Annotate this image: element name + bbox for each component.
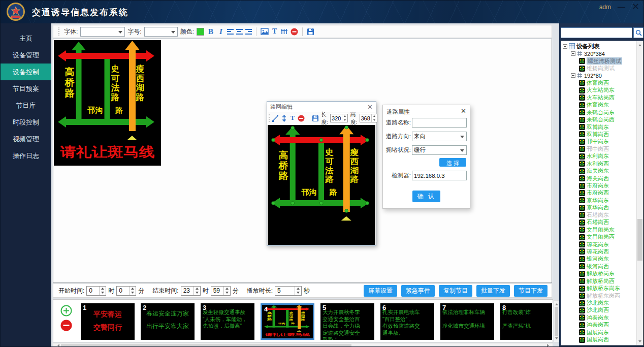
sidebar-item[interactable]: 设备控制 [1, 64, 51, 80]
sidebar-item[interactable]: 设备管理 [1, 47, 51, 64]
device-tree-item[interactable]: 文昌阁岗东 [561, 226, 636, 233]
device-tree-item[interactable]: 琼花岗西 [561, 248, 636, 255]
program-thumbnail[interactable]: 8 打击改装“炸 严查严惩“机 [500, 303, 552, 340]
sidebar-item[interactable]: 操作日志 [1, 147, 51, 164]
device-tree-item[interactable]: 海关岗西 [561, 175, 636, 182]
select-detector-button[interactable]: 选 择 [439, 158, 466, 167]
sidebar-item[interactable]: 视频管理 [1, 131, 51, 147]
scrollbar-thumb[interactable] [61, 344, 351, 346]
device-tree-item[interactable]: 来鹤台岗东 [561, 109, 636, 116]
thumbnail-vertical-scrollbar[interactable] [554, 300, 559, 342]
start-hour-spinner[interactable]: 0 [86, 286, 106, 296]
sidebar-item[interactable]: 节目预案 [1, 80, 51, 97]
device-tree-item[interactable]: 体育岗东 [561, 102, 636, 109]
spin-up-icon[interactable] [372, 114, 377, 118]
device-tree-item[interactable]: 市府岗东 [561, 182, 636, 189]
scroll-right-icon[interactable] [545, 343, 552, 347]
remove-program-button[interactable] [60, 320, 72, 331]
device-tree-item[interactable]: 琼花岗东 [561, 241, 636, 248]
duration-spinner[interactable]: 5 [275, 286, 302, 296]
insert-image-icon[interactable] [261, 28, 269, 35]
spin-down-icon[interactable] [295, 291, 301, 295]
thumbnail-horizontal-scrollbar[interactable] [53, 343, 553, 347]
device-search-input[interactable] [561, 27, 632, 38]
bold-button[interactable]: B [207, 27, 215, 36]
close-button[interactable]: ✕ [632, 1, 639, 12]
minimize-button[interactable]: — [618, 3, 625, 11]
spin-down-icon[interactable] [130, 291, 136, 295]
program-thumbnail[interactable]: 3 发生轻微交通事故 “人未伤，车能动， 先拍照，后撤离” [201, 303, 254, 340]
device-tree-item[interactable]: 螺丝湾桥测试 [561, 57, 636, 65]
align-left-icon[interactable] [227, 29, 234, 35]
road-network-icon[interactable] [280, 28, 288, 35]
device-tree-item[interactable]: 设备列表 [561, 43, 636, 50]
save-icon[interactable] [312, 115, 319, 122]
scroll-down-icon[interactable] [554, 336, 559, 342]
device-tree-item[interactable]: 双博岗西 [561, 131, 636, 138]
device-tree-item[interactable]: 银河岗东 [561, 256, 636, 263]
font-size-select[interactable] [144, 27, 178, 37]
spin-up-icon[interactable] [130, 287, 136, 291]
username[interactable]: adm [599, 4, 611, 11]
congestion-status-select[interactable]: 缓行 [412, 145, 467, 155]
search-button[interactable] [633, 27, 643, 38]
device-tree-item[interactable]: 海关岗东 [561, 167, 636, 174]
expand-collapse-box[interactable] [571, 51, 575, 56]
sidebar-item[interactable]: 时段控制 [1, 114, 51, 131]
device-tree-item[interactable]: 维扬岗测试 [561, 65, 636, 72]
road-network-edit-canvas[interactable]: 高桥路史可法路瘦西湖路邗沟路 [268, 125, 375, 245]
scrollbar-thumb[interactable] [637, 219, 642, 261]
delete-icon[interactable] [298, 115, 305, 122]
move-node-icon[interactable] [281, 115, 287, 122]
action-button[interactable]: 屏幕设置 [364, 285, 397, 297]
expand-collapse-box[interactable] [571, 73, 575, 78]
program-thumbnail[interactable]: 6 扎实开展电动车 “百日整治”， 有效预防道路交 通事故。 [380, 303, 434, 340]
spin-up-icon[interactable] [295, 287, 301, 291]
device-tree-item[interactable]: 石塔岗西 [561, 219, 636, 226]
action-button[interactable]: 复制节目 [439, 285, 472, 297]
program-thumbnail[interactable]: 1 平安春运 交警同行 [81, 303, 135, 340]
color-swatch[interactable] [197, 28, 204, 36]
device-tree-item[interactable]: 文昌阁岗西 [561, 233, 636, 240]
device-tree-item[interactable]: 沙北岗西 [561, 307, 636, 314]
device-tree-item[interactable]: 320*384 [561, 50, 636, 57]
draw-line-icon[interactable] [272, 115, 279, 122]
device-tree-item[interactable]: 石塔岗东 [561, 211, 636, 218]
device-tree-item[interactable]: 来鹤台岗西 [561, 116, 636, 123]
end-minute-spinner[interactable]: 59 [211, 286, 231, 296]
text-tool-button[interactable]: T [289, 114, 296, 122]
spin-down-icon[interactable] [372, 118, 377, 122]
device-tree-item[interactable]: 市府岗西 [561, 190, 636, 197]
device-tree-item[interactable]: 双博岗东 [561, 123, 636, 131]
font-select[interactable] [80, 27, 125, 37]
spin-down-icon[interactable] [100, 291, 106, 295]
scrollbar-thumb[interactable] [555, 307, 558, 336]
device-tree-item[interactable]: 沙北岗东 [561, 299, 636, 306]
device-tree-item[interactable]: 国展岗西 [561, 336, 636, 343]
spin-up-icon[interactable] [100, 287, 106, 291]
sidebar-item[interactable]: 主页 [1, 30, 51, 47]
save-icon[interactable] [307, 28, 314, 36]
device-tree-item[interactable]: 火车站岗西 [561, 94, 636, 101]
spin-down-icon[interactable] [194, 291, 200, 295]
align-center-icon[interactable] [236, 29, 243, 35]
device-tree-item[interactable]: 解放桥东岗东 [561, 285, 636, 292]
program-thumbnail[interactable]: 7 依法治理非标车辆 净化城市交通环境 [440, 303, 494, 340]
device-tree-item[interactable]: 京华岗东 [561, 197, 636, 204]
scroll-up-icon[interactable] [637, 41, 643, 47]
device-tree-item[interactable]: 火车站岗东 [561, 87, 636, 94]
sidebar-item[interactable]: 节目库 [1, 97, 51, 114]
scroll-down-icon[interactable] [637, 339, 643, 345]
scroll-left-icon[interactable] [54, 343, 60, 347]
spin-down-icon[interactable] [342, 118, 347, 122]
scroll-up-icon[interactable] [554, 301, 559, 306]
device-tree-item[interactable]: 国展岗东 [561, 329, 636, 336]
device-tree-item[interactable]: 银河岗西 [561, 263, 636, 270]
spin-up-icon[interactable] [194, 287, 200, 291]
detector-input[interactable] [412, 171, 467, 180]
italic-button[interactable]: I [217, 27, 224, 36]
action-button[interactable]: 紧急事件 [401, 285, 435, 297]
road-diagram-canvas[interactable]: 高桥路史可法路瘦西湖路邗沟路请礼让斑马线 [54, 40, 161, 166]
delete-icon[interactable] [291, 28, 298, 36]
road-direction-select[interactable]: 来向 [412, 132, 467, 141]
